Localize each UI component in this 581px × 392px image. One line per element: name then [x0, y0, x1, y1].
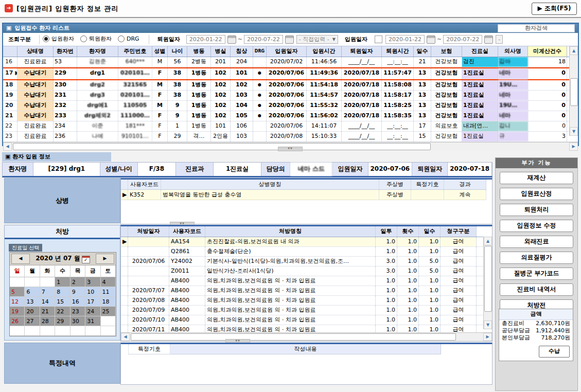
calendar-day-cell[interactable]: 26: [10, 316, 25, 326]
calendar-day-cell[interactable]: [25, 277, 40, 287]
calendar-check-icon[interactable]: ✓: [82, 256, 90, 263]
calendar-day-cell[interactable]: 7: [40, 287, 55, 297]
table-row[interactable]: 21 수납대기 233 drg제외2 111000… F 9 1병동 102 1…: [3, 111, 578, 121]
vertical-scrollbar[interactable]: ▲ ▼: [483, 237, 492, 329]
table-row[interactable]: 16 진료완료 53 김현준 640*** M 56 2병동 201 204 2…: [3, 57, 578, 67]
calendar-day-cell[interactable]: 23: [71, 307, 85, 316]
admission-to-input[interactable]: 2020-07-22: [443, 35, 482, 44]
calendar-day-cell[interactable]: 11: [101, 287, 116, 297]
calendar-day-cell[interactable]: 21: [40, 307, 55, 316]
calendar-day-cell[interactable]: [101, 326, 116, 336]
calendar-prev-button[interactable]: ◀: [11, 254, 30, 264]
calendar-day-cell[interactable]: 12: [10, 297, 25, 307]
scroll-right-arrow[interactable]: ▶: [483, 333, 492, 341]
calendar-day-cell[interactable]: 20: [25, 307, 40, 316]
radio-option[interactable]: 퇴원환자: [80, 35, 112, 43]
vertical-scrollbar[interactable]: ▲ ▼: [569, 46, 578, 136]
calendar-day-cell[interactable]: 30: [71, 316, 85, 326]
table-row[interactable]: 2020/07/09 AB400 의원,치과의원,보건의료원 의 · 치과 입원…: [121, 306, 492, 315]
scroll-thumb[interactable]: [13, 143, 431, 150]
calendar-day-cell[interactable]: 4: [101, 277, 116, 287]
calendar-day-cell[interactable]: 10: [85, 287, 100, 297]
calendar-icon[interactable]: [427, 35, 435, 44]
scroll-left-arrow[interactable]: ◀: [121, 333, 130, 341]
table-row[interactable]: ▶ K352 범복막염을 동반한 급성 충수염 주상병 계속: [121, 190, 492, 200]
side-action-button[interactable]: 입원료산정: [500, 188, 573, 200]
direct-input-select[interactable]: - 직접입력 -▼: [296, 35, 338, 44]
calendar-day-cell[interactable]: [40, 277, 55, 287]
calendar-day-cell[interactable]: 25: [101, 307, 116, 316]
scroll-down-arrow[interactable]: ▼: [570, 127, 578, 136]
calendar-day-cell[interactable]: 19: [10, 307, 25, 316]
discharge-from-input[interactable]: 2020-01-22: [186, 35, 225, 44]
calendar-day-cell[interactable]: 8: [55, 287, 70, 297]
calendar-day-cell[interactable]: 1: [55, 277, 70, 287]
table-row[interactable]: 22 진료완료 234 이준 181*** F 1 1병동 101 106 20…: [3, 121, 578, 132]
table-row[interactable]: ▶ AA154 초진진찰료-의원,보건의료원 내 의과 1.0 1.0 1.0 …: [121, 237, 492, 247]
calendar-day-cell[interactable]: 29: [55, 316, 70, 326]
calendar-day-cell[interactable]: 16: [71, 297, 85, 307]
patient-search-input[interactable]: 환자검색: [498, 24, 575, 32]
radio-option[interactable]: 입원환자: [43, 35, 74, 43]
calendar-day-cell[interactable]: 3: [85, 277, 100, 287]
calendar-day-cell[interactable]: [101, 316, 116, 326]
calendar-day-cell[interactable]: [10, 277, 25, 287]
side-action-button[interactable]: 진료비 내역서: [500, 283, 573, 296]
horizontal-scrollbar[interactable]: ◀ ▶: [121, 332, 492, 341]
splitter-handle[interactable]: ▼▼: [278, 147, 303, 151]
side-action-button[interactable]: 입원정보 수정: [500, 220, 573, 232]
calendar-day-cell[interactable]: [71, 326, 85, 336]
calendar-day-cell[interactable]: [25, 326, 40, 336]
table-row[interactable]: 23 진료완료 236 나예 910101… F 29 격… 2인용 103 2…: [3, 132, 578, 142]
discharge-to-input[interactable]: 2020-07-22: [244, 35, 283, 44]
receipt-button[interactable]: 수납: [539, 346, 570, 358]
calendar-day-cell[interactable]: 31: [85, 316, 100, 326]
side-action-button[interactable]: 외래진료: [500, 236, 573, 248]
table-row[interactable]: Q2861 충수절제술(단순) 1.0 1.0 1.0 급여: [121, 247, 492, 257]
calendar-day-cell[interactable]: [55, 326, 70, 336]
side-action-button[interactable]: 질병군 부가코드: [500, 268, 573, 280]
calendar-icon[interactable]: [227, 35, 236, 44]
calendar-day-cell[interactable]: [10, 326, 25, 336]
calendar-day-cell[interactable]: 6: [25, 287, 40, 297]
side-action-button[interactable]: 재계산: [500, 172, 573, 184]
scroll-up-arrow[interactable]: ▲: [484, 237, 492, 245]
calendar-day-cell[interactable]: 22: [55, 307, 70, 316]
table-row[interactable]: 17 ▶ 수납대기 229 drg1 020101… F 38 1병동 102 …: [3, 67, 578, 80]
table-row[interactable]: Z0011 일반식가산-조리사(1식당) 3.0 1.0 5.0 급여: [121, 266, 492, 276]
calendar-icon[interactable]: [484, 35, 493, 44]
table-row[interactable]: 19 수납대기 231 drg3 020101… F 38 1병동 102 10…: [3, 91, 578, 101]
calendar-day-cell[interactable]: 13: [25, 297, 40, 307]
scroll-thumb[interactable]: [131, 333, 456, 341]
calendar-next-button[interactable]: ▶: [96, 254, 114, 264]
calendar-day-cell[interactable]: 9: [71, 287, 85, 297]
scroll-left-arrow[interactable]: ◀: [3, 142, 12, 151]
calendar-day-cell[interactable]: 14: [40, 297, 55, 307]
table-row[interactable]: AB400 의원,치과의원,보건의료원 의 · 치과 입원료 1.0 1.0 1…: [121, 276, 492, 286]
calendar-day-cell[interactable]: [40, 326, 55, 336]
query-f5-button[interactable]: ▶ 조회(F5): [532, 3, 577, 15]
scroll-thumb[interactable]: [484, 246, 492, 312]
calendar-day-cell[interactable]: 18: [101, 297, 116, 307]
admission-from-input[interactable]: 2020-01-22: [385, 35, 425, 44]
calendar-day-cell[interactable]: 5: [10, 287, 25, 297]
radio-option[interactable]: DRG: [118, 35, 139, 42]
table-row[interactable]: 2020/07/07 AB400 의원,치과의원,보건의료원 의 · 치과 입원…: [121, 286, 492, 296]
table-row[interactable]: 2020/07/08 AB400 의원,치과의원,보건의료원 의 · 치과 입원…: [121, 296, 492, 306]
calendar-day-cell[interactable]: 2: [71, 277, 85, 287]
side-action-button[interactable]: 의료질평가: [500, 252, 573, 264]
scroll-right-arrow[interactable]: ▶: [569, 142, 578, 151]
scroll-up-arrow[interactable]: ▲: [570, 46, 578, 55]
calendar-day-cell[interactable]: 27: [25, 316, 40, 326]
table-row[interactable]: 2020/07/06 Y24002 기본식사-일반식(1식당)-의원,치과의원,…: [121, 257, 492, 266]
calendar-day-cell[interactable]: 17: [85, 297, 100, 307]
calendar-day-cell[interactable]: 24: [85, 307, 100, 316]
scroll-down-arrow[interactable]: ▼: [484, 320, 492, 329]
admission-date-checkbox[interactable]: [375, 35, 382, 43]
table-row[interactable]: 2020/07/10 AB400 의원,치과의원,보건의료원 의 · 치과 입원…: [121, 315, 492, 325]
calendar-day-cell[interactable]: 15: [55, 297, 70, 307]
table-row[interactable]: 18 수납대기 230 drg2 321565 M 38 1병동 102 102…: [3, 80, 578, 91]
side-action-button[interactable]: 퇴원처리: [500, 204, 573, 216]
truncated-select[interactable]: -: [496, 35, 503, 44]
scroll-thumb[interactable]: [570, 78, 578, 106]
